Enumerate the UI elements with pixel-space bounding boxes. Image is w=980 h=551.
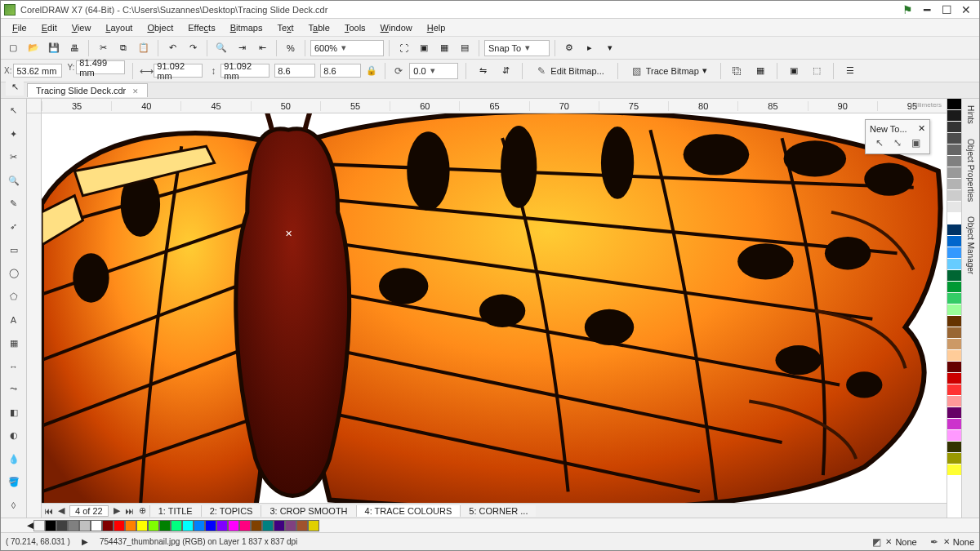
color-swatch[interactable]: [947, 202, 961, 213]
doc-color-swatch[interactable]: [102, 520, 114, 531]
rotation-field[interactable]: 0.0▾: [409, 63, 458, 79]
pick-cursor-icon[interactable]: ↖: [6, 78, 24, 96]
publish-icon[interactable]: %: [282, 39, 300, 57]
close-tab-icon[interactable]: ✕: [132, 87, 139, 96]
color-swatch[interactable]: [947, 316, 961, 327]
doc-color-swatch[interactable]: [68, 520, 79, 531]
wrap-text-icon[interactable]: ▣: [785, 62, 803, 80]
rectangle-tool-icon[interactable]: ▭: [5, 242, 23, 259]
page-tab[interactable]: 4: TRACE COLOURS: [356, 505, 461, 517]
menu-file[interactable]: File: [6, 21, 33, 34]
color-swatch[interactable]: [947, 270, 961, 282]
color-swatch[interactable]: [947, 373, 961, 384]
fullscreen-icon[interactable]: ⛶: [394, 39, 412, 57]
open-icon[interactable]: 📂: [24, 39, 42, 57]
document-palette[interactable]: ◀: [1, 518, 979, 532]
color-swatch[interactable]: [947, 339, 961, 350]
ruler-origin[interactable]: [27, 99, 42, 113]
doc-pal-prev-icon[interactable]: ◀: [27, 520, 33, 531]
rulers-icon[interactable]: ▦: [435, 39, 453, 57]
mirror-h-icon[interactable]: ⇋: [474, 62, 492, 80]
menu-view[interactable]: View: [65, 21, 98, 34]
height-field[interactable]: 91.092 mm: [220, 64, 270, 78]
order-icon[interactable]: ⬚: [808, 62, 826, 80]
snap-combo[interactable]: Snap To▾: [484, 40, 550, 56]
pos-y-field[interactable]: 81.499 mm: [76, 60, 125, 74]
doc-color-swatch[interactable]: [79, 520, 91, 531]
color-palette[interactable]: [947, 99, 961, 518]
maximize-button[interactable]: ☐: [937, 2, 956, 17]
save-icon[interactable]: 💾: [45, 39, 63, 57]
smart-tool-icon[interactable]: ➶: [5, 218, 23, 235]
color-swatch[interactable]: [947, 304, 961, 316]
drawing-canvas[interactable]: ✕: [42, 113, 947, 503]
color-swatch[interactable]: [947, 236, 961, 247]
color-swatch[interactable]: [947, 442, 961, 453]
color-swatch[interactable]: [947, 464, 961, 476]
doc-color-swatch[interactable]: [285, 520, 296, 531]
ruler-vertical[interactable]: [27, 113, 42, 518]
menu-bitmaps[interactable]: Bitmaps: [224, 21, 270, 34]
doc-color-swatch[interactable]: [194, 520, 205, 531]
menu-text[interactable]: Text: [270, 21, 300, 34]
pick-tool-icon[interactable]: ↖: [5, 102, 23, 119]
outline-indicator[interactable]: ✒✕ None: [929, 536, 974, 548]
page-tab[interactable]: 3: CROP SMOOTH: [261, 505, 355, 517]
doc-tab-active[interactable]: Tracing Slide Deck.cdr✕: [27, 83, 148, 97]
align-icon[interactable]: ☰: [841, 62, 859, 80]
mirror-v-icon[interactable]: ⇵: [497, 62, 514, 80]
scale-x-field[interactable]: 8.6: [274, 64, 315, 78]
cut-icon[interactable]: ✂: [94, 39, 112, 57]
docker-object-manager[interactable]: Object Manager: [966, 216, 975, 274]
color-swatch[interactable]: [947, 213, 961, 224]
menu-help[interactable]: Help: [421, 21, 452, 34]
undo-icon[interactable]: ↶: [163, 39, 181, 57]
minimize-button[interactable]: ━: [917, 2, 937, 17]
launcher-icon[interactable]: ▸: [581, 39, 599, 57]
width-field[interactable]: 91.092 mm: [154, 64, 203, 78]
doc-color-swatch[interactable]: [216, 520, 228, 531]
paste-icon[interactable]: 📋: [135, 39, 153, 57]
preview-icon[interactable]: ▣: [415, 39, 433, 57]
doc-color-swatch[interactable]: [251, 520, 262, 531]
doc-color-swatch[interactable]: [262, 520, 274, 531]
page-counter[interactable]: 4 of 22: [69, 505, 109, 517]
pos-x-field[interactable]: 53.62 mm: [13, 64, 62, 78]
page-last-icon[interactable]: ⏭: [123, 506, 136, 516]
connector-tool-icon[interactable]: ⤳: [5, 380, 23, 398]
print-icon[interactable]: 🖶: [65, 39, 83, 57]
text-tool-icon[interactable]: A: [5, 311, 23, 328]
scale-y-field[interactable]: 8.6: [320, 64, 361, 78]
color-swatch[interactable]: [947, 396, 961, 407]
menu-window[interactable]: Window: [374, 21, 419, 34]
menu-object[interactable]: Object: [140, 21, 180, 34]
fill-indicator[interactable]: ◩✕ None: [871, 536, 916, 548]
effects-tool-icon[interactable]: ◧: [5, 404, 23, 421]
doc-color-swatch[interactable]: [308, 520, 319, 531]
menu-tools[interactable]: Tools: [338, 21, 372, 34]
menu-layout[interactable]: Layout: [99, 21, 139, 34]
color-swatch[interactable]: [947, 167, 961, 179]
options-icon[interactable]: ⚙: [560, 39, 578, 57]
color-swatch[interactable]: [947, 247, 961, 259]
page-tab[interactable]: 2: TOPICS: [201, 505, 261, 517]
page-tab[interactable]: 1: TITLE: [149, 505, 201, 517]
trace-bitmap-button[interactable]: ▧Trace Bitmap▾: [626, 62, 713, 80]
ellipse-tool-icon[interactable]: ◯: [5, 264, 23, 282]
color-swatch[interactable]: [947, 419, 961, 430]
color-swatch[interactable]: [947, 430, 961, 442]
table-tool-icon[interactable]: ▦: [5, 334, 23, 351]
doc-color-swatch[interactable]: [159, 520, 171, 531]
color-swatch[interactable]: [947, 362, 961, 373]
color-swatch[interactable]: [947, 453, 961, 464]
import-icon[interactable]: ⇥: [233, 39, 251, 57]
ruler-horizontal[interactable]: 35404550556065707580859095 millimeters: [42, 99, 947, 113]
color-swatch[interactable]: [947, 190, 961, 202]
doc-color-swatch[interactable]: [205, 520, 216, 531]
zoom-tool-icon[interactable]: 🔍: [5, 171, 23, 189]
page-next-icon[interactable]: ▶: [110, 505, 123, 516]
doc-color-swatch[interactable]: [274, 520, 285, 531]
no-color-swatch[interactable]: [33, 520, 45, 531]
shape-tool-icon[interactable]: ✦: [5, 125, 23, 142]
color-swatch[interactable]: [947, 156, 961, 167]
